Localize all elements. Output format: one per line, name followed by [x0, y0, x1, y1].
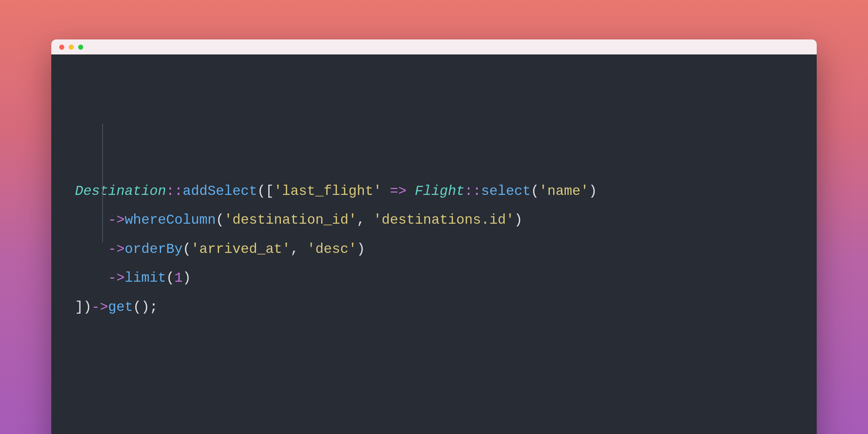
code-token: 1 [174, 270, 183, 286]
code-token [406, 183, 415, 199]
maximize-icon[interactable] [78, 45, 83, 50]
code-token: addSelect [183, 183, 257, 199]
code-content: Destination::addSelect(['last_flight' =>… [75, 177, 793, 322]
indent [75, 270, 108, 286]
editor-window: Destination::addSelect(['last_flight' =>… [51, 39, 817, 434]
code-token: ]) [75, 299, 92, 315]
code-line: ->whereColumn('destination_id', 'destina… [75, 206, 793, 235]
code-token: 'name' [539, 183, 589, 199]
code-token: ( [531, 183, 539, 199]
window-titlebar [51, 39, 817, 54]
code-token: ) [514, 212, 522, 228]
code-token: ) [357, 241, 365, 257]
code-token: ) [183, 270, 191, 286]
code-line: ])->get(); [75, 293, 793, 322]
code-token: (); [133, 299, 158, 315]
indent-guide [102, 123, 103, 243]
code-token: , [357, 212, 373, 228]
code-token: -> [108, 212, 125, 228]
code-line: ->limit(1) [75, 264, 793, 293]
code-line: ->orderBy('arrived_at', 'desc') [75, 235, 793, 264]
code-line: Destination::addSelect(['last_flight' =>… [75, 177, 793, 206]
code-token: get [108, 299, 133, 315]
code-token: -> [108, 270, 125, 286]
minimize-icon[interactable] [69, 45, 74, 50]
indent [75, 241, 108, 257]
code-token: select [481, 183, 531, 199]
code-token: Destination [75, 183, 166, 199]
code-token: 'destinations.id' [373, 212, 514, 228]
close-icon[interactable] [59, 45, 64, 50]
code-token: limit [125, 270, 166, 286]
code-token: -> [108, 241, 125, 257]
code-token: orderBy [125, 241, 183, 257]
code-token: Flight [415, 183, 464, 199]
code-token: ( [166, 270, 174, 286]
code-token: whereColumn [125, 212, 216, 228]
code-token: 'last_flight' [274, 183, 382, 199]
code-token: 'desc' [307, 241, 357, 257]
code-token: , [290, 241, 307, 257]
code-token: ) [589, 183, 597, 199]
code-token: => [390, 183, 406, 199]
code-token [382, 183, 390, 199]
code-editor[interactable]: Destination::addSelect(['last_flight' =>… [51, 54, 817, 434]
indent [75, 212, 108, 228]
code-token: ( [216, 212, 224, 228]
code-token: ([ [257, 183, 274, 199]
code-token: 'arrived_at' [191, 241, 290, 257]
code-token: :: [166, 183, 183, 199]
code-token: 'destination_id' [224, 212, 357, 228]
code-token: ( [183, 241, 191, 257]
code-token: -> [92, 299, 108, 315]
code-token: :: [464, 183, 481, 199]
